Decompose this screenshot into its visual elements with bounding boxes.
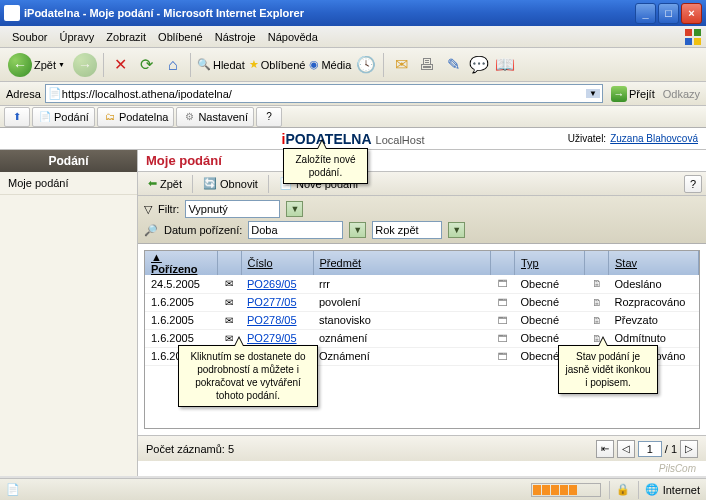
podani-number-link[interactable]: PO278/05 xyxy=(247,314,297,326)
nav-up-button[interactable]: ⬆ xyxy=(4,107,30,127)
menu-upravy[interactable]: Úpravy xyxy=(53,29,100,45)
cell-subject: Oznámení xyxy=(313,347,491,365)
zone-label: Internet xyxy=(663,484,700,496)
page-prev-button[interactable]: ◁ xyxy=(617,440,635,458)
col-porizeno[interactable]: ▲ Pořízeno xyxy=(145,251,217,275)
table-row: 1.6.2005✉PO277/05povolení🗔Obecné🗎Rozprac… xyxy=(145,293,699,311)
menu-napoveda[interactable]: Nápověda xyxy=(262,29,324,45)
back-label: Zpět xyxy=(34,59,56,71)
envelope-icon: ✉ xyxy=(223,315,235,327)
window-title: iPodatelna - Moje podání - Microsoft Int… xyxy=(24,7,635,19)
back-button[interactable]: ← Zpět ▼ xyxy=(4,51,69,79)
podani-number-link[interactable]: PO279/05 xyxy=(247,332,297,344)
refresh-button[interactable]: 🔄Obnovit xyxy=(197,175,264,192)
podani-number-link[interactable]: PO277/05 xyxy=(247,296,297,308)
media-button[interactable]: ◉Média xyxy=(309,58,351,71)
cell-type: Obecné xyxy=(515,311,585,329)
date-type-select[interactable]: Doba xyxy=(248,221,343,239)
panel-help-button[interactable]: ? xyxy=(684,175,702,193)
app-icon xyxy=(4,5,20,21)
funnel-icon: ▽ xyxy=(144,203,152,216)
date-range-dropdown-icon[interactable]: ▼ xyxy=(448,222,465,238)
page-total: / 1 xyxy=(665,443,677,455)
cell-status: Převzato xyxy=(609,311,699,329)
col-stav[interactable]: Stav xyxy=(609,251,699,275)
sidebar: Podání Moje podání xyxy=(0,150,138,476)
cell-date: 24.5.2005 xyxy=(145,275,217,293)
address-label: Adresa xyxy=(6,88,41,100)
stop-icon[interactable]: ✕ xyxy=(110,54,132,76)
username-link[interactable]: Zuzana Blahovcová xyxy=(610,133,698,144)
page-next-button[interactable]: ▷ xyxy=(680,440,698,458)
minimize-button[interactable]: _ xyxy=(635,3,656,24)
binocular-icon: 🔎 xyxy=(144,224,158,237)
page-first-button[interactable]: ⇤ xyxy=(596,440,614,458)
filter-select[interactable]: Vypnutý xyxy=(185,200,280,218)
go-arrow-icon: → xyxy=(611,86,627,102)
question-icon: ? xyxy=(262,110,276,124)
print-icon[interactable]: 🖶 xyxy=(416,54,438,76)
main-toolbar: ⬅Zpět 🔄Obnovit 📄Nové podání ? xyxy=(138,172,706,196)
date-range-select[interactable]: Rok zpět xyxy=(372,221,442,239)
edit-icon[interactable]: ✎ xyxy=(442,54,464,76)
lock-icon: 🔒 xyxy=(616,483,630,496)
svg-rect-1 xyxy=(694,29,701,36)
cell-subject: oznámení xyxy=(313,329,491,347)
close-button[interactable]: × xyxy=(681,3,702,24)
col-typ[interactable]: Typ xyxy=(515,251,585,275)
help-tab[interactable]: ? xyxy=(256,107,282,127)
home-icon[interactable]: ⌂ xyxy=(162,54,184,76)
podatelna-tab[interactable]: 🗂Podatelna xyxy=(97,107,175,127)
cell-subject: stanovisko xyxy=(313,311,491,329)
envelope-icon: ✉ xyxy=(223,278,235,290)
maximize-button[interactable]: □ xyxy=(658,3,679,24)
window-titlebar: iPodatelna - Moje podání - Microsoft Int… xyxy=(0,0,706,26)
podani-tab[interactable]: 📄Podání xyxy=(32,107,95,127)
callout-detail: Kliknutím se dostanete do podrobností a … xyxy=(178,345,318,407)
sidebar-header: Podání xyxy=(0,150,137,172)
address-dropdown-icon[interactable]: ▼ xyxy=(586,89,600,98)
col-cislo[interactable]: Číslo xyxy=(241,251,313,275)
svg-rect-0 xyxy=(685,29,692,36)
cell-subject: povolení xyxy=(313,293,491,311)
date-label: Datum pořízení: xyxy=(164,224,242,236)
col-predmet[interactable]: Předmět xyxy=(313,251,491,275)
svg-rect-2 xyxy=(685,38,692,45)
page-ie-icon: 📄 xyxy=(48,87,62,100)
menu-oblibene[interactable]: Oblíbené xyxy=(152,29,209,45)
brand-label: PilsCom xyxy=(138,461,706,476)
favorites-button[interactable]: ★Oblíbené xyxy=(249,58,306,71)
sidebar-item-moje-podani[interactable]: Moje podání xyxy=(0,172,137,195)
go-button[interactable]: → Přejít xyxy=(607,84,659,104)
table-header-row: ▲ Pořízeno Číslo Předmět Typ Stav xyxy=(145,251,699,275)
research-icon[interactable]: 📖 xyxy=(494,54,516,76)
menu-nastroje[interactable]: Nástroje xyxy=(209,29,262,45)
date-type-dropdown-icon[interactable]: ▼ xyxy=(349,222,366,238)
filter-dropdown-icon[interactable]: ▼ xyxy=(286,201,303,217)
menu-zobrazit[interactable]: Zobrazit xyxy=(100,29,152,45)
user-info: Uživatel:Zuzana Blahovcová xyxy=(568,133,698,144)
menu-soubor[interactable]: Soubor xyxy=(6,29,53,45)
search-button[interactable]: 🔍Hledat xyxy=(197,58,245,71)
address-input[interactable] xyxy=(62,88,586,100)
main-back-button[interactable]: ⬅Zpět xyxy=(142,175,188,192)
envelope-icon: ✉ xyxy=(223,297,235,309)
refresh-icon[interactable]: ⟳ xyxy=(136,54,158,76)
filter-bar: ▽ Filtr: Vypnutý ▼ 🔎 Datum pořízení: Dob… xyxy=(138,196,706,244)
discuss-icon[interactable]: 💬 xyxy=(468,54,490,76)
address-bar: Adresa 📄 ▼ → Přejít Odkazy xyxy=(0,82,706,106)
mail-icon[interactable]: ✉ xyxy=(390,54,412,76)
type-icon: 🗔 xyxy=(497,278,509,290)
cell-type: Obecné xyxy=(515,275,585,293)
cell-date: 1.6.2005 xyxy=(145,293,217,311)
type-icon: 🗔 xyxy=(497,333,509,345)
links-label[interactable]: Odkazy xyxy=(663,88,700,100)
podani-number-link[interactable]: PO269/05 xyxy=(247,278,297,290)
app-header: iPODATELNALocalHost Uživatel:Zuzana Blah… xyxy=(0,128,706,150)
page-input[interactable] xyxy=(638,441,662,457)
history-icon[interactable]: 🕓 xyxy=(355,54,377,76)
progress-bar xyxy=(531,483,601,497)
up-arrow-icon: ⬆ xyxy=(10,110,24,124)
nastaveni-tab[interactable]: ⚙Nastavení xyxy=(176,107,254,127)
forward-button[interactable]: → xyxy=(73,53,97,77)
